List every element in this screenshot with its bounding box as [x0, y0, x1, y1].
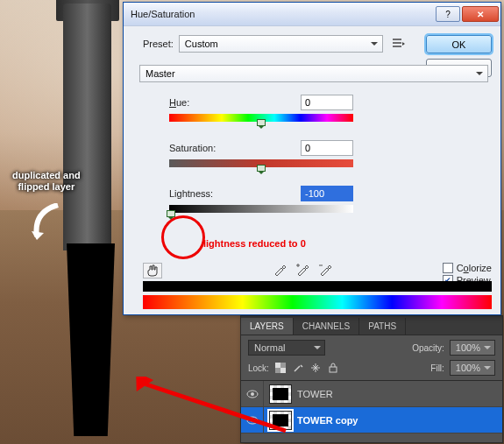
- ok-button[interactable]: OK: [426, 35, 492, 53]
- svg-rect-1: [275, 363, 280, 368]
- lightness-label: Lightness:: [169, 188, 213, 199]
- lightness-slider[interactable]: [169, 205, 353, 217]
- hue-saturation-dialog: Hue/Saturation ? ✕ OK Cancel Preset: Cus…: [123, 2, 501, 315]
- saturation-group: Saturation:: [169, 140, 380, 172]
- channel-row: Master: [139, 65, 492, 82]
- lock-all-icon[interactable]: [327, 362, 339, 374]
- panel-tabs: LAYERS CHANNELS PATHS: [241, 316, 502, 335]
- annotation-red-arrow-icon: [130, 377, 287, 438]
- lock-transparency-icon[interactable]: [274, 362, 287, 374]
- saturation-label: Saturation:: [169, 143, 216, 153]
- colorize-row[interactable]: Colorize: [443, 263, 492, 273]
- lock-label: Lock:: [248, 363, 269, 373]
- ok-button-label: OK: [452, 39, 466, 50]
- tower-shape: [63, 4, 111, 250]
- blend-mode-value: Normal: [254, 342, 285, 353]
- hue-slider[interactable]: [169, 114, 353, 126]
- eyedropper-group: [273, 263, 332, 278]
- tower-reflection-shape: [67, 243, 115, 436]
- lock-position-icon[interactable]: [309, 362, 322, 374]
- preset-label: Preset:: [143, 39, 174, 49]
- opacity-select[interactable]: 100%: [450, 340, 495, 356]
- sliders-area: Hue: Saturation:: [169, 95, 380, 217]
- opacity-label: Opacity:: [412, 343, 444, 353]
- dialog-titlebar[interactable]: Hue/Saturation ? ✕: [124, 3, 500, 26]
- annotation-flipped-text: duplicated and flipped layer: [12, 170, 81, 192]
- lightness-group: Lightness:: [169, 186, 380, 217]
- saturation-slider-thumb[interactable]: [257, 165, 266, 172]
- annotation-flipped-layer: duplicated and flipped layer: [12, 170, 81, 193]
- lightness-input[interactable]: [301, 186, 353, 201]
- svg-rect-3: [330, 367, 337, 372]
- hue-group: Hue:: [169, 95, 380, 126]
- lock-pixels-icon[interactable]: [292, 362, 304, 374]
- preset-row: Preset: Custom: [143, 35, 406, 53]
- channel-select[interactable]: Master: [139, 65, 488, 82]
- dialog-title: Hue/Saturation: [131, 9, 434, 19]
- opacity-value: 100%: [456, 342, 480, 353]
- hue-input[interactable]: [301, 95, 353, 110]
- tab-layers[interactable]: LAYERS: [241, 318, 294, 335]
- tab-channels[interactable]: CHANNELS: [294, 318, 359, 335]
- preset-value: Custom: [185, 39, 218, 49]
- annotation-lightness-circle: [161, 215, 205, 259]
- fill-select[interactable]: 100%: [450, 360, 495, 376]
- lightness-slider-thumb[interactable]: [167, 210, 175, 217]
- eyedropper-icon[interactable]: [273, 263, 287, 278]
- eyedropper-plus-icon[interactable]: [295, 263, 309, 278]
- saturation-slider[interactable]: [169, 159, 353, 172]
- dialog-body: OK Cancel Preset: Custom Master Hue:: [124, 26, 500, 314]
- annotation-lightness-text: lightness reduced to 0: [203, 238, 306, 249]
- layer-name[interactable]: TOWER copy: [297, 415, 358, 426]
- tab-paths[interactable]: PATHS: [359, 318, 406, 335]
- range-bar-bottom: [143, 295, 492, 309]
- eyedropper-minus-icon[interactable]: [318, 263, 332, 278]
- annotation-curve-arrow-icon: [32, 203, 63, 240]
- fill-value: 100%: [456, 363, 480, 373]
- preset-select[interactable]: Custom: [179, 35, 383, 53]
- colorize-label: Colorize: [457, 263, 492, 273]
- preset-menu-icon[interactable]: [392, 37, 406, 51]
- range-bar-top: [143, 281, 492, 292]
- channel-value: Master: [146, 68, 175, 79]
- saturation-input[interactable]: [301, 140, 353, 156]
- colorize-checkbox[interactable]: [443, 263, 453, 273]
- fill-label: Fill:: [430, 363, 444, 373]
- hue-label: Hue:: [169, 97, 189, 108]
- layer-name[interactable]: TOWER: [297, 389, 333, 399]
- svg-rect-2: [280, 368, 286, 373]
- window-close-button[interactable]: ✕: [462, 6, 499, 22]
- lock-icons: [274, 362, 339, 374]
- blend-mode-select[interactable]: Normal: [248, 340, 325, 356]
- panel-controls: Normal Opacity: 100% Lock: Fill: 100%: [241, 335, 502, 380]
- scrubby-hand-button[interactable]: [143, 263, 162, 278]
- window-help-button[interactable]: ?: [436, 6, 460, 22]
- hue-slider-thumb[interactable]: [257, 119, 266, 126]
